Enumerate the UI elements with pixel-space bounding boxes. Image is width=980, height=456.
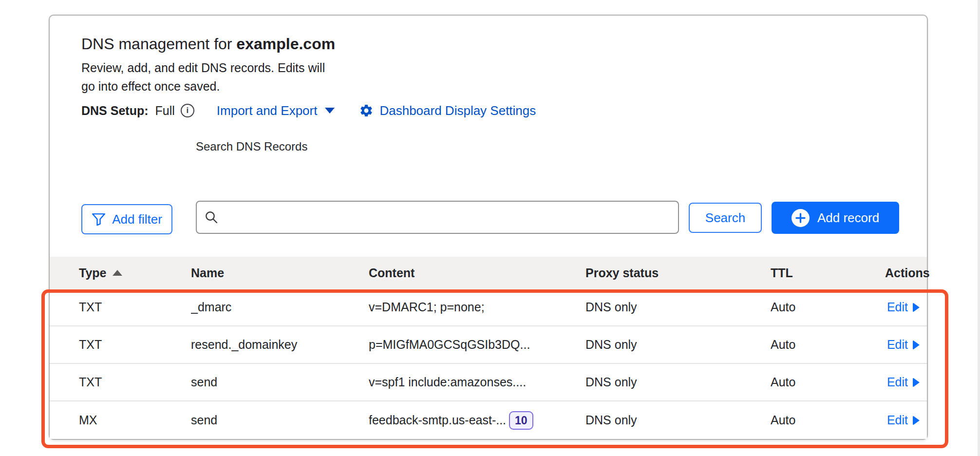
cell-content: p=MIGfMA0GCSqGSIb3DQ... xyxy=(369,338,585,352)
cell-content: feedback-smtp.us-east-... 10 xyxy=(369,411,585,430)
cell-type: TXT xyxy=(79,338,191,352)
cell-ttl: Auto xyxy=(771,338,885,352)
dashboard-display-settings-link[interactable]: Dashboard Display Settings xyxy=(359,103,536,118)
column-header-actions: Actions xyxy=(885,266,930,280)
cell-type: TXT xyxy=(79,300,191,314)
caret-right-icon xyxy=(913,303,920,312)
add-record-label: Add record xyxy=(817,210,879,226)
cell-type: MX xyxy=(79,413,191,427)
mx-priority-badge: 10 xyxy=(509,411,533,430)
dns-management-page: DNS management for example.com Review, a… xyxy=(0,0,980,456)
cell-name: resend._domainkey xyxy=(191,338,369,352)
edit-link[interactable]: Edit xyxy=(887,413,920,427)
cell-ttl: Auto xyxy=(771,413,885,427)
window-edge xyxy=(978,0,980,456)
cell-ttl: Auto xyxy=(771,375,885,389)
add-record-button[interactable]: Add record xyxy=(772,202,899,234)
add-filter-label: Add filter xyxy=(112,212,162,227)
import-export-link[interactable]: Import and Export xyxy=(217,103,335,118)
caret-right-icon xyxy=(913,378,920,387)
column-header-ttl[interactable]: TTL xyxy=(771,266,885,280)
page-title: DNS management for example.com xyxy=(81,34,335,54)
dns-setup-label: DNS Setup: xyxy=(81,104,149,118)
caret-right-icon xyxy=(913,340,920,350)
column-header-type[interactable]: Type xyxy=(79,266,191,280)
gear-icon xyxy=(359,103,374,118)
table-row: TXT _dmarc v=DMARC1; p=none; DNS only Au… xyxy=(50,289,927,326)
chevron-down-icon xyxy=(325,108,335,114)
cell-proxy-status: DNS only xyxy=(585,375,771,389)
add-filter-button[interactable]: Add filter xyxy=(81,204,172,234)
edit-link[interactable]: Edit xyxy=(887,300,920,314)
cell-content: v=DMARC1; p=none; xyxy=(369,300,585,314)
search-dns-records-label: Search DNS Records xyxy=(196,140,307,153)
dns-management-card: DNS management for example.com Review, a… xyxy=(49,15,928,440)
page-description: Review, add, and edit DNS records. Edits… xyxy=(81,58,339,95)
search-button-label: Search xyxy=(705,210,745,226)
dns-setup-value: Full xyxy=(155,104,175,118)
cell-name: send xyxy=(191,375,369,389)
table-row: TXT send v=spf1 include:amazonses.... DN… xyxy=(50,364,927,401)
cell-content: v=spf1 include:amazonses.... xyxy=(369,375,585,389)
sort-ascending-icon xyxy=(113,270,122,276)
edit-link[interactable]: Edit xyxy=(887,375,920,389)
page-title-prefix: DNS management for xyxy=(81,35,236,53)
plus-circle-icon xyxy=(792,209,810,227)
table-row: TXT resend._domainkey p=MIGfMA0GCSqGSIb3… xyxy=(50,326,927,364)
import-export-label: Import and Export xyxy=(217,103,318,118)
domain-name: example.com xyxy=(236,35,335,53)
dns-setup-row: DNS Setup: Full i Import and Export Dash… xyxy=(81,101,536,120)
column-header-content[interactable]: Content xyxy=(369,266,585,280)
cell-type: TXT xyxy=(79,375,191,389)
search-input-wrap xyxy=(196,201,679,234)
search-input[interactable] xyxy=(196,201,679,234)
info-icon[interactable]: i xyxy=(181,104,194,117)
edit-link[interactable]: Edit xyxy=(887,338,920,352)
cell-name: _dmarc xyxy=(191,300,369,314)
funnel-icon xyxy=(92,213,106,226)
dashboard-display-settings-label: Dashboard Display Settings xyxy=(379,103,536,118)
cell-proxy-status: DNS only xyxy=(585,338,771,352)
table-row: MX send feedback-smtp.us-east-... 10 DNS… xyxy=(50,401,927,439)
cell-ttl: Auto xyxy=(771,300,885,314)
column-header-name[interactable]: Name xyxy=(191,266,369,280)
cell-proxy-status: DNS only xyxy=(585,300,771,314)
table-header: Type Name Content Proxy status TTL Actio… xyxy=(50,257,927,289)
cell-proxy-status: DNS only xyxy=(585,413,771,427)
cell-name: send xyxy=(191,413,369,427)
table-body: TXT _dmarc v=DMARC1; p=none; DNS only Au… xyxy=(50,289,927,439)
search-button[interactable]: Search xyxy=(689,203,762,233)
caret-right-icon xyxy=(913,416,920,425)
column-header-proxy-status[interactable]: Proxy status xyxy=(585,266,771,280)
